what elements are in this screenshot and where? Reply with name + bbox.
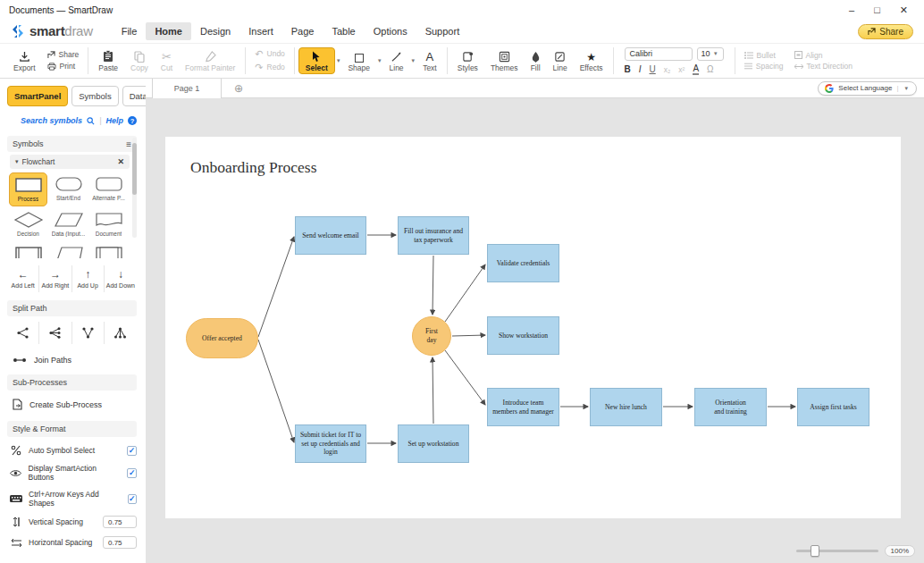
menu-file[interactable]: File — [113, 22, 147, 40]
bullet-button[interactable]: Bullet — [744, 52, 784, 60]
line-format-button[interactable]: Line — [547, 48, 574, 73]
line-caret-icon[interactable]: ▾ — [410, 57, 417, 64]
cut-button[interactable]: ✂ Cut — [155, 48, 179, 73]
node-introduce-team[interactable]: Introduce team members and manager — [487, 388, 559, 426]
symbol-partial-3[interactable] — [89, 242, 128, 258]
node-assign-first-tasks[interactable]: Assign first tasks — [797, 388, 869, 426]
split-two-down-button[interactable] — [72, 322, 105, 344]
document-page[interactable]: Onboarding Process Offer accepted Send w… — [165, 137, 901, 518]
select-language-widget[interactable]: Select Language | ▾ — [818, 81, 917, 96]
join-paths-button[interactable]: Join Paths — [13, 356, 137, 365]
menu-support[interactable]: Support — [416, 22, 469, 40]
font-color-button[interactable]: A — [693, 64, 699, 75]
symbol-button[interactable]: Ω — [707, 64, 713, 74]
zoom-slider-handle[interactable] — [811, 545, 819, 557]
superscript-button[interactable]: x² — [678, 65, 685, 74]
create-sub-process-button[interactable]: Create Sub-Process — [13, 399, 137, 410]
node-show-workstation[interactable]: Show workstation — [487, 316, 559, 355]
node-set-up-workstation[interactable]: Set up workstation — [398, 424, 469, 463]
menu-insert[interactable]: Insert — [239, 22, 282, 40]
close-icon[interactable]: ✕ — [900, 5, 908, 15]
share-small-button[interactable]: Share — [47, 51, 80, 59]
search-symbols-link[interactable]: Search symbols — [21, 116, 82, 125]
ctrl-arrow-checkbox[interactable]: ✓ — [128, 494, 137, 504]
symbol-partial-2[interactable] — [49, 242, 88, 258]
menu-page[interactable]: Page — [282, 22, 323, 40]
node-validate-credentials[interactable]: Validate credentials — [487, 244, 559, 282]
symbol-alternate-process[interactable]: Alternate P... — [89, 172, 128, 206]
smartaction-checkbox[interactable]: ✓ — [127, 468, 137, 478]
maximize-icon[interactable]: □ — [874, 5, 880, 15]
add-page-icon[interactable]: ⊕ — [234, 83, 243, 94]
symbols-scrollbar[interactable] — [132, 138, 137, 238]
paste-button[interactable]: Paste — [92, 48, 124, 73]
fill-button[interactable]: Fill — [525, 48, 547, 73]
split-three-down-button[interactable] — [105, 322, 137, 344]
node-submit-it-ticket[interactable]: Submit ticket for IT to set up credentia… — [295, 424, 366, 463]
node-new-hire-lunch[interactable]: New hire lunch — [590, 388, 662, 426]
symbol-process[interactable]: Process — [9, 172, 47, 206]
subscript-button[interactable]: x₂ — [664, 65, 671, 74]
symbol-decision[interactable]: Decision — [9, 208, 47, 240]
add-down-button[interactable]: ↓ Add Down — [105, 265, 137, 292]
font-name-input[interactable]: Calibri — [625, 47, 693, 61]
shape-tool-button[interactable]: Shape — [341, 48, 376, 73]
styles-button[interactable]: Styles — [451, 48, 484, 73]
font-size-select[interactable]: 10 ▾ — [697, 47, 724, 61]
symbols-menu-icon[interactable]: ≡ — [126, 139, 131, 149]
italic-button[interactable]: I — [639, 64, 642, 74]
align-button[interactable]: Align — [794, 51, 853, 59]
print-button[interactable]: Print — [47, 63, 80, 71]
symbol-document[interactable]: Document — [89, 208, 128, 240]
bold-button[interactable]: B — [625, 64, 631, 74]
node-first-day[interactable]: First day — [412, 316, 451, 356]
spacing-button[interactable]: Spacing — [744, 63, 784, 71]
redo-button[interactable]: ↷ Redo — [255, 63, 285, 72]
undo-button[interactable]: ↶ Undo — [255, 49, 285, 59]
select-caret-icon[interactable]: ▾ — [335, 57, 342, 64]
effects-button[interactable]: ★ Effects — [574, 48, 609, 73]
menu-design[interactable]: Design — [191, 22, 239, 40]
node-orientation-training[interactable]: Orientation and training — [694, 388, 767, 426]
text-direction-button[interactable]: Text Direction — [794, 63, 853, 71]
share-button[interactable]: Share — [858, 24, 913, 39]
format-painter-button[interactable]: Format Painter — [179, 48, 241, 73]
help-link[interactable]: Help — [105, 116, 123, 125]
text-tool-button[interactable]: A Text — [416, 48, 443, 73]
node-offer-accepted[interactable]: Offer accepted — [186, 318, 258, 358]
tab-smartpanel[interactable]: SmartPanel — [7, 86, 68, 106]
underline-button[interactable]: U — [650, 64, 656, 74]
symbol-partial-1[interactable] — [9, 242, 47, 258]
collapse-icon[interactable]: ▾ — [15, 158, 19, 165]
themes-button[interactable]: Themes — [484, 48, 525, 73]
tab-symbols[interactable]: Symbols — [71, 86, 118, 106]
vertical-spacing-input[interactable]: 0.75 — [103, 516, 137, 528]
menu-home[interactable]: Home — [146, 22, 191, 40]
flowchart-group-header[interactable]: ▾ Flowchart ✕ — [10, 155, 130, 169]
flowchart-close-icon[interactable]: ✕ — [117, 157, 124, 166]
add-up-button[interactable]: ↑ Add Up — [72, 265, 105, 292]
select-tool-button[interactable]: Select — [298, 47, 335, 74]
page-tab[interactable]: Page 1 — [152, 79, 222, 98]
search-icon[interactable] — [87, 117, 95, 125]
line-tool-button[interactable]: Line — [383, 48, 410, 73]
help-icon[interactable]: ? — [128, 116, 137, 125]
menu-options[interactable]: Options — [365, 22, 416, 40]
diagram-title[interactable]: Onboarding Process — [190, 158, 316, 177]
add-right-button[interactable]: → Add Right — [39, 265, 71, 292]
split-two-right-button[interactable] — [7, 322, 39, 344]
symbol-startend[interactable]: Start/End — [49, 172, 88, 206]
node-send-welcome-email[interactable]: Send welcome email — [295, 216, 366, 255]
minimize-icon[interactable]: – — [849, 5, 854, 15]
zoom-slider[interactable] — [796, 550, 878, 552]
node-fill-insurance[interactable]: Fill out insurance and tax paperwork — [398, 216, 469, 255]
symbol-data-input[interactable]: Data (Input... — [49, 208, 88, 240]
export-button[interactable]: Export — [7, 48, 42, 73]
auto-symbol-checkbox[interactable]: ✓ — [127, 446, 137, 456]
horizontal-spacing-input[interactable]: 0.75 — [103, 536, 137, 549]
shape-caret-icon[interactable]: ▾ — [376, 57, 383, 64]
split-three-right-button[interactable] — [39, 322, 71, 344]
add-left-button[interactable]: ← Add Left — [7, 265, 39, 292]
copy-button[interactable]: Copy — [124, 48, 155, 73]
menu-table[interactable]: Table — [323, 22, 364, 40]
